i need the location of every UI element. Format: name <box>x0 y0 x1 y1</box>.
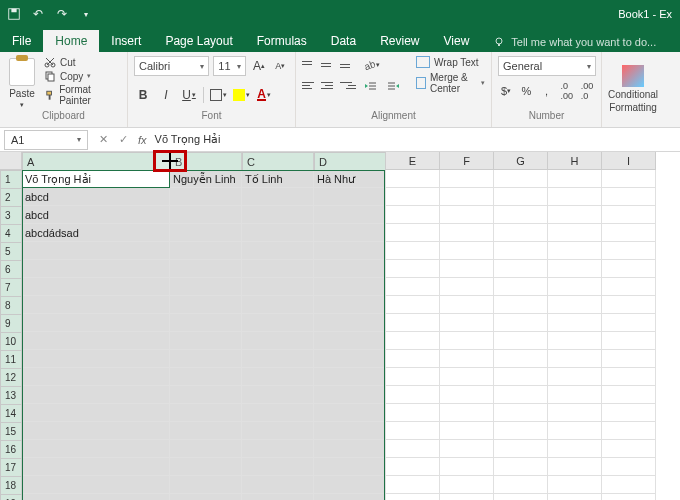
cell-D10[interactable] <box>314 332 386 350</box>
cell-E10[interactable] <box>386 332 440 350</box>
cell-I7[interactable] <box>602 278 656 296</box>
decrease-indent-button[interactable] <box>362 78 380 96</box>
column-header-A[interactable]: A <box>22 152 170 172</box>
cell-G8[interactable] <box>494 296 548 314</box>
decrease-font-button[interactable]: A▾ <box>272 57 289 75</box>
cell-I1[interactable] <box>602 170 656 188</box>
font-color-button[interactable]: A▾ <box>255 86 273 104</box>
column-header-C[interactable]: C <box>242 152 314 172</box>
row-header-9[interactable]: 9 <box>0 314 22 334</box>
cell-A17[interactable] <box>22 458 170 476</box>
cell-A12[interactable] <box>22 368 170 386</box>
font-name-select[interactable]: Calibri▾ <box>134 56 209 76</box>
cell-I4[interactable] <box>602 224 656 242</box>
cell-H10[interactable] <box>548 332 602 350</box>
cell-G3[interactable] <box>494 206 548 224</box>
cell-C17[interactable] <box>242 458 314 476</box>
increase-font-button[interactable]: A▴ <box>250 57 267 75</box>
cell-E12[interactable] <box>386 368 440 386</box>
cell-F7[interactable] <box>440 278 494 296</box>
cell-I6[interactable] <box>602 260 656 278</box>
font-size-select[interactable]: 11▾ <box>213 56 246 76</box>
cell-I5[interactable] <box>602 242 656 260</box>
cell-A16[interactable] <box>22 440 170 458</box>
cell-E6[interactable] <box>386 260 440 278</box>
cancel-formula-button[interactable]: ✕ <box>96 133 110 147</box>
cell-A9[interactable] <box>22 314 170 332</box>
cell-E8[interactable] <box>386 296 440 314</box>
wrap-text-button[interactable]: Wrap Text <box>416 56 485 68</box>
cell-H3[interactable] <box>548 206 602 224</box>
cell-B3[interactable] <box>170 206 242 224</box>
cell-B13[interactable] <box>170 386 242 404</box>
cell-I12[interactable] <box>602 368 656 386</box>
cell-G15[interactable] <box>494 422 548 440</box>
cell-I9[interactable] <box>602 314 656 332</box>
cell-E13[interactable] <box>386 386 440 404</box>
tab-view[interactable]: View <box>432 30 482 52</box>
cell-G13[interactable] <box>494 386 548 404</box>
cell-A4[interactable]: abcdádsad <box>22 224 170 242</box>
fx-icon[interactable]: fx <box>138 134 147 146</box>
cell-B18[interactable] <box>170 476 242 494</box>
orientation-button[interactable]: ab▾ <box>362 56 380 74</box>
cell-B10[interactable] <box>170 332 242 350</box>
cell-A10[interactable] <box>22 332 170 350</box>
formula-input[interactable]: Võ Trọng Hải <box>153 133 680 146</box>
cell-F8[interactable] <box>440 296 494 314</box>
cell-H2[interactable] <box>548 188 602 206</box>
cell-F12[interactable] <box>440 368 494 386</box>
cell-I3[interactable] <box>602 206 656 224</box>
row-header-8[interactable]: 8 <box>0 296 22 316</box>
cell-H4[interactable] <box>548 224 602 242</box>
row-header-6[interactable]: 6 <box>0 260 22 280</box>
cell-E2[interactable] <box>386 188 440 206</box>
align-middle-button[interactable] <box>321 56 337 70</box>
copy-button[interactable]: Copy▾ <box>44 70 121 82</box>
cell-F9[interactable] <box>440 314 494 332</box>
row-header-10[interactable]: 10 <box>0 332 22 352</box>
cell-A13[interactable] <box>22 386 170 404</box>
tab-home[interactable]: Home <box>43 30 99 52</box>
cell-A11[interactable] <box>22 350 170 368</box>
cell-F15[interactable] <box>440 422 494 440</box>
name-box[interactable]: A1 ▾ <box>4 130 88 150</box>
row-header-7[interactable]: 7 <box>0 278 22 298</box>
cell-A8[interactable] <box>22 296 170 314</box>
cell-F16[interactable] <box>440 440 494 458</box>
cell-B4[interactable] <box>170 224 242 242</box>
cell-E7[interactable] <box>386 278 440 296</box>
underline-button[interactable]: U▾ <box>180 86 198 104</box>
cell-E17[interactable] <box>386 458 440 476</box>
column-header-F[interactable]: F <box>440 152 494 170</box>
cell-G11[interactable] <box>494 350 548 368</box>
cell-G19[interactable] <box>494 494 548 500</box>
cell-C2[interactable] <box>242 188 314 206</box>
tab-review[interactable]: Review <box>368 30 431 52</box>
cell-F3[interactable] <box>440 206 494 224</box>
cell-C10[interactable] <box>242 332 314 350</box>
cell-I13[interactable] <box>602 386 656 404</box>
tell-me-search[interactable]: Tell me what you want to do... <box>493 36 656 52</box>
row-header-19[interactable]: 19 <box>0 494 22 500</box>
cell-F11[interactable] <box>440 350 494 368</box>
column-header-I[interactable]: I <box>602 152 656 170</box>
column-header-E[interactable]: E <box>386 152 440 170</box>
row-header-13[interactable]: 13 <box>0 386 22 406</box>
cell-F10[interactable] <box>440 332 494 350</box>
cell-C11[interactable] <box>242 350 314 368</box>
cell-B9[interactable] <box>170 314 242 332</box>
cell-B14[interactable] <box>170 404 242 422</box>
cell-H5[interactable] <box>548 242 602 260</box>
border-button[interactable]: ▾ <box>209 86 227 104</box>
cell-F17[interactable] <box>440 458 494 476</box>
cell-C9[interactable] <box>242 314 314 332</box>
cell-C13[interactable] <box>242 386 314 404</box>
cell-A2[interactable]: abcd <box>22 188 170 206</box>
tab-formulas[interactable]: Formulas <box>245 30 319 52</box>
cell-G4[interactable] <box>494 224 548 242</box>
cell-E16[interactable] <box>386 440 440 458</box>
row-header-12[interactable]: 12 <box>0 368 22 388</box>
cell-H16[interactable] <box>548 440 602 458</box>
cell-H11[interactable] <box>548 350 602 368</box>
